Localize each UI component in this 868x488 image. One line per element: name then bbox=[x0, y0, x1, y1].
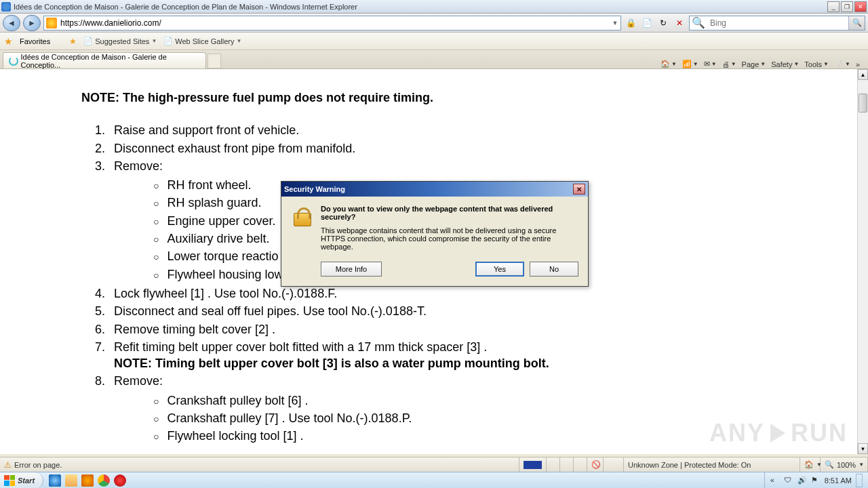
forward-button[interactable]: ► bbox=[23, 15, 41, 31]
doc-step: Lock flywheel [1] . Use tool No.(-).0188… bbox=[108, 285, 776, 302]
window-title: Idées de Conception de Maison - Galerie … bbox=[14, 3, 827, 11]
url-input[interactable] bbox=[59, 18, 610, 28]
dialog-title: Security Warning bbox=[284, 185, 573, 193]
zone-icon[interactable]: 🏠 bbox=[804, 460, 814, 469]
mail-button[interactable]: ✉▼ bbox=[704, 60, 717, 68]
tray-security-icon[interactable]: 🛡 bbox=[784, 476, 793, 485]
address-bar[interactable]: ▼ bbox=[43, 16, 621, 30]
tab-title: Idées de Conception de Maison - Galerie … bbox=[21, 53, 200, 69]
scroll-down-button[interactable]: ▼ bbox=[858, 443, 868, 454]
no-button[interactable]: No bbox=[530, 262, 578, 277]
window-titlebar: Idées de Conception de Maison - Galerie … bbox=[0, 0, 868, 14]
system-tray: « 🛡 🔊 ⚑ 8:51 AM bbox=[764, 472, 868, 488]
taskbar-explorer-icon[interactable] bbox=[65, 474, 77, 487]
tab-bar: Idées de Conception de Maison - Galerie … bbox=[0, 50, 868, 69]
tab-active[interactable]: Idées de Conception de Maison - Galerie … bbox=[3, 52, 206, 68]
windows-logo-icon bbox=[4, 475, 15, 486]
page-icon: 📄 bbox=[163, 37, 173, 45]
vertical-scrollbar[interactable]: ▲ ▼ bbox=[857, 69, 868, 454]
search-icon: 🔍 bbox=[690, 16, 707, 29]
lock-icon[interactable]: 🔒 bbox=[624, 16, 637, 30]
refresh-button[interactable]: ↻ bbox=[656, 16, 670, 30]
dialog-detail: This webpage contains content that will … bbox=[321, 226, 578, 251]
lock-warning-icon bbox=[291, 205, 313, 226]
doc-note: NOTE: The high-pressure fuel pump does n… bbox=[81, 89, 776, 106]
security-zone: Unknown Zone | Protected Mode: On bbox=[628, 461, 751, 469]
doc-step: Disconnect exhaust front pipe from manif… bbox=[108, 140, 776, 157]
tools-menu[interactable]: Tools▼ bbox=[804, 60, 829, 68]
scroll-up-button[interactable]: ▲ bbox=[858, 69, 868, 80]
suggested-sites-link[interactable]: 📄 Suggested Sites ▼ bbox=[83, 37, 157, 45]
doc-step: Remove: Crankshaft pulley bolt [6] . Cra… bbox=[108, 373, 776, 444]
minimize-button[interactable]: _ bbox=[827, 1, 840, 12]
doc-step: Remove timing belt cover [2] . bbox=[108, 321, 776, 338]
scroll-thumb[interactable] bbox=[859, 94, 867, 113]
status-error: Error on page. bbox=[14, 461, 62, 469]
home-button[interactable]: 🏠▼ bbox=[660, 60, 677, 68]
doc-subitem: Crankshaft pulley bolt [6] . bbox=[148, 392, 776, 409]
taskbar-media-icon[interactable] bbox=[81, 474, 94, 487]
feeds-button[interactable]: 📶▼ bbox=[682, 60, 698, 68]
more-info-button[interactable]: More Info bbox=[321, 262, 382, 277]
favorites-bar: ★ Favorites ★ 📄 Suggested Sites ▼ 📄 Web … bbox=[0, 33, 868, 50]
compat-icon[interactable]: 📄 bbox=[640, 16, 654, 30]
zoom-level[interactable]: 100% bbox=[837, 461, 856, 469]
taskbar-chrome-icon[interactable] bbox=[98, 474, 110, 487]
start-button[interactable]: Start bbox=[0, 472, 43, 489]
help-button[interactable]: ❔▼ bbox=[834, 60, 850, 68]
add-favorite-button[interactable]: ★ bbox=[69, 37, 77, 46]
progress-indicator bbox=[524, 461, 542, 469]
tray-clock[interactable]: 8:51 AM bbox=[825, 476, 852, 485]
search-bar[interactable]: 🔍 🔍 bbox=[689, 16, 865, 30]
back-button[interactable]: ◄ bbox=[3, 15, 20, 31]
taskbar-ie-icon[interactable] bbox=[49, 474, 61, 487]
close-button[interactable]: ✕ bbox=[854, 1, 867, 12]
address-dropdown[interactable]: ▼ bbox=[610, 20, 620, 26]
command-bar: 🏠▼ 📶▼ ✉▼ 🖨▼ Page▼ Safety▼ Tools▼ ❔▼ » bbox=[660, 60, 865, 68]
doc-step: Raise and support front of vehicle. bbox=[108, 122, 776, 138]
stop-button[interactable]: ✕ bbox=[673, 16, 686, 30]
doc-subitem: Crankshaft pulley [7] . Use tool No.(-).… bbox=[148, 410, 776, 426]
status-bar: ⚠ Error on page. 🚫 Unknown Zone | Protec… bbox=[0, 457, 868, 472]
site-icon bbox=[46, 18, 57, 28]
search-button[interactable]: 🔍 bbox=[848, 16, 865, 30]
tray-volume-icon[interactable]: 🔊 bbox=[797, 476, 807, 485]
print-button[interactable]: 🖨▼ bbox=[722, 60, 736, 68]
security-warning-dialog: Security Warning ✕ Do you want to view o… bbox=[281, 181, 589, 287]
new-tab-button[interactable] bbox=[208, 54, 221, 68]
loading-icon bbox=[9, 56, 18, 66]
page-icon: 📄 bbox=[83, 37, 93, 45]
warning-icon: ⚠ bbox=[4, 460, 12, 470]
blocked-icon[interactable]: 🚫 bbox=[591, 460, 601, 469]
show-desktop-button[interactable] bbox=[856, 474, 863, 487]
doc-subitem: Flywheel locking tool [1] . bbox=[148, 428, 776, 444]
taskbar-app-icon[interactable] bbox=[114, 474, 126, 487]
expand-icon[interactable]: » bbox=[856, 60, 860, 68]
search-input[interactable] bbox=[707, 18, 848, 28]
doc-step: Refit timing belt upper cover bolt fitte… bbox=[108, 339, 776, 372]
navigation-bar: ◄ ► ▼ 🔒 📄 ↻ ✕ 🔍 🔍 bbox=[0, 14, 868, 33]
favorites-label[interactable]: Favorites bbox=[20, 37, 50, 45]
doc-step: Disconnect and seal off fuel pipes. Use … bbox=[108, 303, 776, 319]
safety-menu[interactable]: Safety▼ bbox=[771, 60, 799, 68]
doc-note-inline: NOTE: Timing belt upper cover bolt [3] i… bbox=[114, 357, 549, 370]
web-slice-link[interactable]: 📄 Web Slice Gallery ▼ bbox=[163, 37, 241, 45]
taskbar: Start « 🛡 🔊 ⚑ 8:51 AM bbox=[0, 472, 868, 488]
zoom-icon[interactable]: 🔍 bbox=[825, 460, 834, 469]
tray-flag-icon[interactable]: ⚑ bbox=[811, 476, 821, 485]
page-menu[interactable]: Page▼ bbox=[742, 60, 766, 68]
favorites-star-icon[interactable]: ★ bbox=[4, 36, 13, 47]
dialog-titlebar[interactable]: Security Warning ✕ bbox=[281, 182, 588, 197]
dialog-close-button[interactable]: ✕ bbox=[573, 184, 585, 195]
tray-arrow-icon[interactable]: « bbox=[770, 476, 780, 485]
maximize-button[interactable]: ❐ bbox=[841, 1, 853, 12]
ie-icon bbox=[1, 2, 11, 12]
yes-button[interactable]: Yes bbox=[475, 262, 524, 277]
dialog-question: Do you want to view only the webpage con… bbox=[321, 205, 578, 221]
